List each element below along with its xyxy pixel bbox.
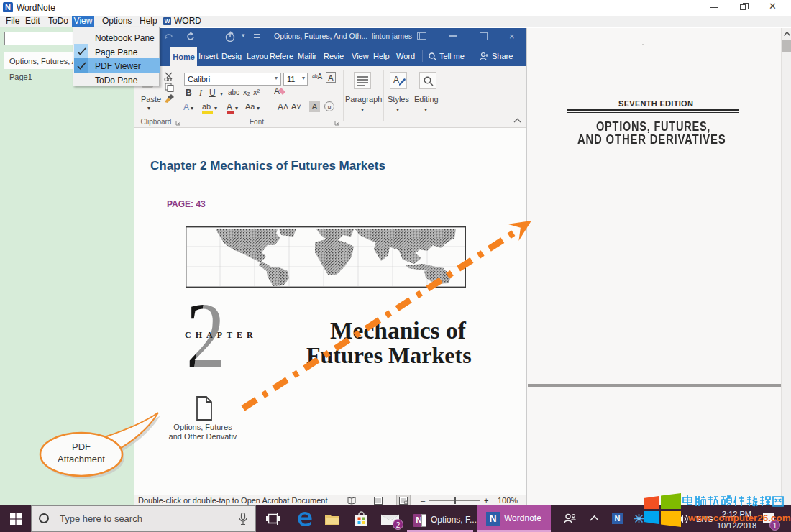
- svg-text:Attachment: Attachment: [58, 454, 105, 464]
- svg-text:PDF: PDF: [72, 441, 91, 452]
